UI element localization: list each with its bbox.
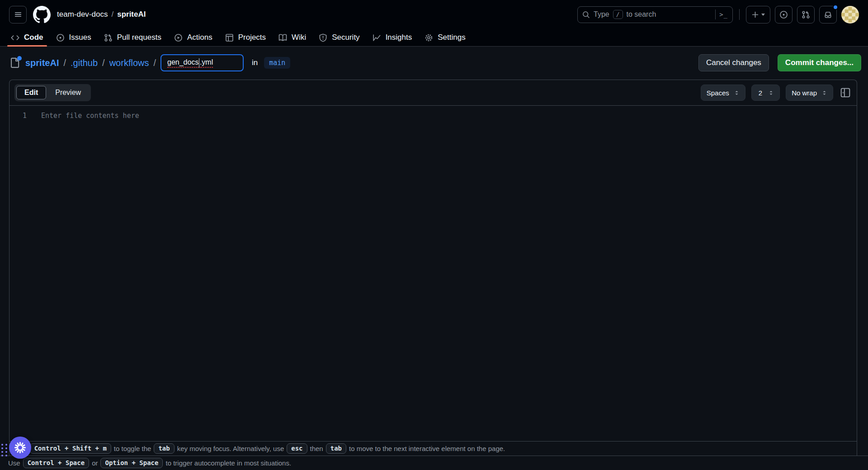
gear-icon xyxy=(425,33,433,42)
kbd-esc: esc xyxy=(287,443,307,454)
sparkle-burst-icon xyxy=(14,442,26,453)
updown-caret-icon xyxy=(768,90,774,96)
git-pull-request-icon xyxy=(802,10,810,19)
issues-dashboard-button[interactable] xyxy=(775,6,793,24)
app-header: team-dev-docs / spriteAI Type / to searc… xyxy=(0,0,868,29)
tab-pull-requests[interactable]: Pull requests xyxy=(99,29,166,46)
tab-label: Pull requests xyxy=(117,33,161,42)
github-logo-icon[interactable] xyxy=(33,6,51,24)
play-icon xyxy=(174,33,183,42)
breadcrumb-repo-link[interactable]: spriteAI xyxy=(117,10,146,19)
kbd-tab: tab xyxy=(154,443,174,454)
path-segment-github[interactable]: .github xyxy=(71,58,98,68)
shield-icon xyxy=(319,33,327,42)
wrap-mode-select[interactable]: No wrap xyxy=(786,85,833,101)
code-editor[interactable]: 1 Enter file contents here xyxy=(9,106,857,441)
kbd-control-shift-m: Control + Shift + m xyxy=(30,443,111,454)
search-placeholder-prefix: Type xyxy=(594,10,609,19)
pull-requests-dashboard-button[interactable] xyxy=(797,6,815,24)
indent-size-value: 2 xyxy=(757,89,764,97)
file-path-breadcrumb: spriteAI / .github / workflows / gen_doc… xyxy=(9,54,290,71)
tab-label: Insights xyxy=(386,33,412,42)
notification-dot xyxy=(833,5,838,10)
editor-settings: Spaces 2 No wrap xyxy=(701,85,852,101)
side-panel-toggle-button[interactable] xyxy=(839,86,852,99)
tab-code[interactable]: Code xyxy=(6,29,48,46)
kbd-option-space: Option + Space xyxy=(100,458,163,468)
plus-icon xyxy=(751,11,759,19)
file-icon xyxy=(9,57,21,69)
tab-label: Projects xyxy=(238,33,266,42)
editor-placeholder: Enter file contents here xyxy=(41,110,139,121)
hamburger-icon xyxy=(14,10,22,19)
hint-text: Use xyxy=(8,459,20,467)
main-content: spriteAI / .github / workflows / gen_doc… xyxy=(0,54,868,470)
tab-label: Actions xyxy=(187,33,212,42)
unsaved-changes-dot xyxy=(17,56,22,61)
tab-edit[interactable]: Edit xyxy=(16,86,46,99)
filename-input[interactable]: gen_docs .yml xyxy=(160,54,244,71)
tab-actions[interactable]: Actions xyxy=(170,29,217,46)
indent-mode-value: Spaces xyxy=(707,89,729,97)
tab-security[interactable]: Security xyxy=(314,29,364,46)
inbox-icon xyxy=(824,10,832,19)
hint-text: to trigger autocomplete in most situatio… xyxy=(165,459,291,467)
command-palette-icon[interactable]: >_ xyxy=(719,11,728,18)
tab-label: Settings xyxy=(438,33,465,42)
indent-mode-select[interactable]: Spaces xyxy=(701,85,745,101)
indent-size-select[interactable]: 2 xyxy=(751,85,780,101)
inbox-button[interactable] xyxy=(819,6,837,24)
commit-changes-button[interactable]: Commit changes... xyxy=(778,54,861,71)
autocomplete-hint-row: Use Control + Space or Option + Space to… xyxy=(0,456,868,470)
path-segment-workflows[interactable]: workflows xyxy=(109,58,149,68)
assistant-drag-handle[interactable] xyxy=(1,444,8,456)
in-label: in xyxy=(252,58,258,67)
hint-text: key moving focus. Alternatively, use xyxy=(177,445,284,452)
breadcrumb-separator: / xyxy=(111,10,113,19)
branch-badge[interactable]: main xyxy=(264,57,290,69)
filename-text-after-caret: .yml xyxy=(200,58,213,68)
filename-text-before-caret: gen_docs xyxy=(167,58,198,68)
tab-issues[interactable]: Issues xyxy=(52,29,96,46)
file-header-row: spriteAI / .github / workflows / gen_doc… xyxy=(9,54,861,71)
cancel-changes-button[interactable]: Cancel changes xyxy=(698,54,769,71)
hint-text: to toggle the xyxy=(114,445,151,452)
search-icon xyxy=(582,11,590,19)
kbd-control-space: Control + Space xyxy=(23,458,89,468)
side-panel-icon xyxy=(840,87,851,98)
header-divider xyxy=(739,9,740,20)
commit-actions: Cancel changes Commit changes... xyxy=(698,54,861,71)
tab-label: Code xyxy=(24,33,43,42)
chevron-down-icon xyxy=(761,14,765,16)
slash-key-hint: / xyxy=(613,10,623,19)
wrap-mode-value: No wrap xyxy=(792,89,817,97)
tab-insights[interactable]: Insights xyxy=(368,29,417,46)
editor-panel: Edit Preview Spaces 2 No wrap xyxy=(9,80,857,456)
hint-text: or xyxy=(92,459,98,467)
search-divider xyxy=(715,9,716,19)
book-icon xyxy=(278,33,287,42)
git-pull-request-icon xyxy=(104,33,113,42)
tab-preview[interactable]: Preview xyxy=(47,86,89,99)
tab-projects[interactable]: Projects xyxy=(221,29,270,46)
repo-nav: Code Issues Pull requests Actions Projec… xyxy=(0,29,868,47)
tab-label: Issues xyxy=(69,33,91,42)
tab-settings[interactable]: Settings xyxy=(420,29,470,46)
avatar[interactable] xyxy=(841,6,859,24)
global-nav-menu-button[interactable] xyxy=(9,6,27,24)
create-new-button[interactable] xyxy=(746,6,770,24)
edit-preview-switcher: Edit Preview xyxy=(14,84,91,101)
search-input[interactable]: Type / to search >_ xyxy=(577,6,733,23)
graph-icon xyxy=(373,33,381,42)
assistant-fab-button[interactable] xyxy=(9,437,31,459)
accessibility-hint-row: Use Control + Shift + m to toggle the ta… xyxy=(9,441,857,456)
tab-wiki[interactable]: Wiki xyxy=(274,29,311,46)
breadcrumb-owner-link[interactable]: team-dev-docs xyxy=(57,10,108,19)
issue-opened-icon xyxy=(779,10,788,19)
code-icon xyxy=(11,33,19,42)
path-repo-link[interactable]: spriteAI xyxy=(25,58,59,68)
tab-label: Wiki xyxy=(292,33,306,42)
tab-label: Security xyxy=(332,33,359,42)
kbd-tab: tab xyxy=(326,443,346,454)
editor-toolbar: Edit Preview Spaces 2 No wrap xyxy=(9,80,857,106)
